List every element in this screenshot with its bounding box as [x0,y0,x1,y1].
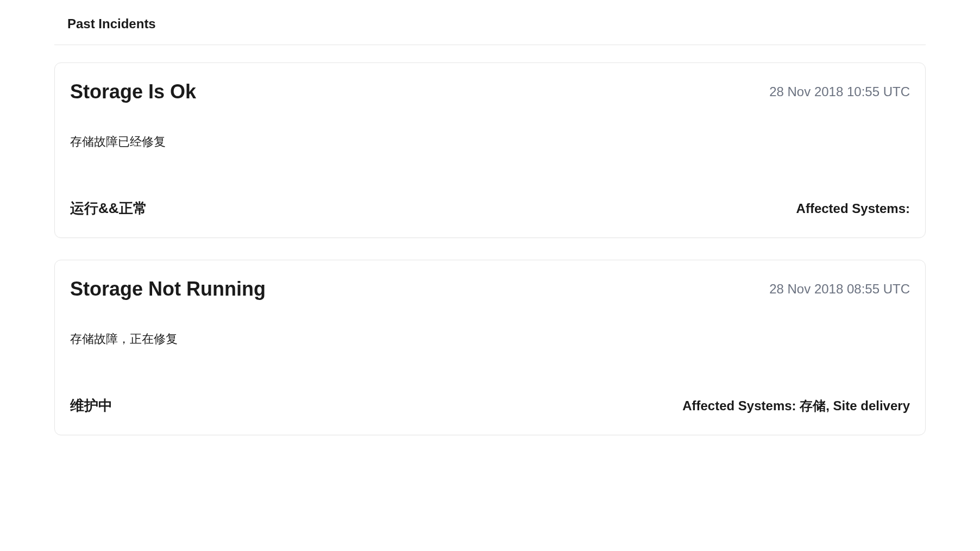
incident-header: Storage Is Ok 28 Nov 2018 10:55 UTC [70,80,910,103]
past-incidents-heading: Past Incidents [54,16,926,45]
incident-card: Storage Not Running 28 Nov 2018 08:55 UT… [54,260,926,435]
incident-status: 运行&&正常 [70,199,147,218]
incident-title: Storage Not Running [70,278,266,300]
incident-footer: 运行&&正常 Affected Systems: [70,199,910,218]
incident-timestamp: 28 Nov 2018 08:55 UTC [769,281,910,297]
incident-card: Storage Is Ok 28 Nov 2018 10:55 UTC 存储故障… [54,62,926,238]
incident-description: 存储故障，正在修复 [70,331,910,347]
affected-label: Affected Systems: [682,398,796,413]
affected-value: 存储, Site delivery [796,398,910,413]
incident-title: Storage Is Ok [70,80,196,103]
affected-label: Affected Systems: [796,201,910,216]
incident-affected-systems: Affected Systems: 存储, Site delivery [682,397,910,415]
incidents-list: Storage Is Ok 28 Nov 2018 10:55 UTC 存储故障… [54,62,926,435]
incident-status: 维护中 [70,396,112,415]
incident-header: Storage Not Running 28 Nov 2018 08:55 UT… [70,278,910,300]
incident-affected-systems: Affected Systems: [796,201,910,216]
incident-footer: 维护中 Affected Systems: 存储, Site delivery [70,396,910,415]
incident-timestamp: 28 Nov 2018 10:55 UTC [769,84,910,99]
incident-description: 存储故障已经修复 [70,134,910,150]
